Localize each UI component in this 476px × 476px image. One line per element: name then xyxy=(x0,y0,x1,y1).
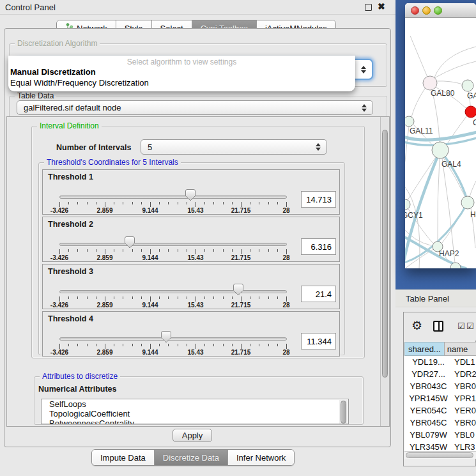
network-node[interactable] xyxy=(405,116,414,127)
table-row[interactable]: YBR043CYBR0 xyxy=(404,380,476,392)
combo-spinner-icon[interactable] xyxy=(362,101,368,114)
slider-tick-label: 2.859 xyxy=(96,207,112,214)
table-row[interactable]: YBR045CYBR0 xyxy=(404,417,476,429)
float-window-icon[interactable] xyxy=(365,4,372,11)
slider-tick xyxy=(178,202,178,204)
column-header-name[interactable]: name xyxy=(444,342,476,356)
network-node[interactable] xyxy=(461,196,474,209)
slider-handle[interactable] xyxy=(185,189,196,201)
vertical-scrollbar[interactable] xyxy=(380,117,389,426)
slider-track[interactable] xyxy=(59,196,287,199)
scrollbar-thumb[interactable] xyxy=(341,401,346,424)
algorithm-option[interactable]: Equal Width/Frequency Discretization xyxy=(10,78,149,88)
slider-tick xyxy=(141,202,142,204)
cell-shared-name: YER054C xyxy=(404,406,452,415)
network-node-label: GAL4 xyxy=(441,160,461,169)
slider-tick xyxy=(204,296,205,299)
slider-tick xyxy=(114,344,114,346)
slider-tick-label: 2.859 xyxy=(96,302,112,309)
network-window: GAL80GACGAL11GAL4GCY1HHAP2 xyxy=(405,3,476,268)
minimize-traffic-icon[interactable] xyxy=(422,6,431,15)
slider-handle[interactable] xyxy=(161,331,171,343)
slider-tick-label: 21.715 xyxy=(231,349,251,356)
slider-tick xyxy=(204,249,205,252)
tab-impute-data[interactable]: Impute Data xyxy=(92,450,155,465)
threshold-value-field[interactable] xyxy=(301,333,336,349)
scrollbar-thumb[interactable] xyxy=(382,130,388,378)
checkbox-icon[interactable]: ☑ xyxy=(466,323,474,330)
combo-spinner-icon[interactable] xyxy=(316,140,322,154)
table-row[interactable]: YBL079WYBL0 xyxy=(404,429,476,441)
table-row[interactable]: YDR27...YDR2 xyxy=(404,368,476,380)
close-traffic-icon[interactable] xyxy=(411,6,419,15)
threshold-value-field[interactable] xyxy=(301,238,336,255)
tab-discretize-data[interactable]: Discretize Data xyxy=(155,450,228,465)
node-table: ⚙ ☑ ☑ shared... name YDL19...YDL1YDR27..… xyxy=(403,312,476,466)
slider-tick xyxy=(132,249,133,252)
slider-tick xyxy=(87,344,88,346)
slider-track[interactable] xyxy=(59,290,287,293)
network-canvas[interactable]: GAL80GACGAL11GAL4GCY1HHAP2 xyxy=(405,18,476,268)
table-row[interactable]: YER054CYER0 xyxy=(404,404,476,417)
network-node[interactable] xyxy=(462,80,473,91)
slider-track[interactable] xyxy=(59,243,287,246)
attribute-list-item[interactable]: BetweennessCentrality xyxy=(42,418,348,424)
zoom-traffic-icon[interactable] xyxy=(434,6,442,15)
slider-tick xyxy=(178,296,178,299)
slider-tick xyxy=(59,202,60,207)
close-icon[interactable]: ✖ xyxy=(378,1,385,12)
network-node-label: GCY1 xyxy=(405,211,423,220)
attribute-list-item[interactable]: SelfLoops xyxy=(42,399,348,409)
slider-tick xyxy=(196,249,196,254)
slider-handle[interactable] xyxy=(233,284,243,296)
group-label-thresholds: Threshold's Coordinates for 5 Intervals xyxy=(44,158,181,167)
split-columns-icon[interactable] xyxy=(433,321,443,332)
threshold-value-field[interactable] xyxy=(301,286,336,302)
algorithm-dropdown-popup: Select algorithm to view settings Manual… xyxy=(8,56,355,91)
slider-tick xyxy=(59,344,60,349)
slider-track[interactable] xyxy=(59,337,287,341)
attribute-list-item[interactable]: TopologicalCoefficient xyxy=(42,409,348,418)
table-row[interactable]: YDL19...YDL1 xyxy=(404,356,476,368)
table-row[interactable]: YLR345WYLR3 xyxy=(404,441,476,451)
threshold-panel: Threshold 4-3.4262.8599.14415.4321.71528 xyxy=(42,311,340,357)
table-body: YDL19...YDL1YDR27...YDR2YBR043CYBR0YPR14… xyxy=(404,356,476,451)
slider-tick xyxy=(196,344,196,349)
slider-tick xyxy=(68,249,69,252)
slider-tick xyxy=(96,249,96,252)
table-row[interactable]: YPR145WYPR1 xyxy=(404,392,476,404)
network-node[interactable] xyxy=(432,142,449,158)
slider-tick-label: -3.426 xyxy=(50,302,68,309)
network-node[interactable] xyxy=(465,106,476,118)
network-edge xyxy=(411,88,426,117)
table-data-combobox[interactable]: galFiltered.sif default node xyxy=(17,100,373,115)
network-node-label: GAL11 xyxy=(410,127,433,135)
slider-tick xyxy=(105,249,105,254)
tab-infer-network[interactable]: Infer Network xyxy=(228,450,294,465)
slider-tick-label: 21.715 xyxy=(231,207,251,214)
threshold-value-field[interactable] xyxy=(301,191,336,208)
algorithm-option[interactable]: Manual Discretization xyxy=(10,67,96,77)
cell-name: YBR0 xyxy=(452,381,476,391)
scrollbar-thumb[interactable] xyxy=(406,452,473,458)
slider-tick-label: 28 xyxy=(282,349,289,356)
apply-button[interactable]: Apply xyxy=(173,429,212,442)
column-header-shared-name[interactable]: shared... xyxy=(404,342,444,356)
network-node[interactable] xyxy=(423,76,437,90)
slider-tick xyxy=(77,249,78,252)
network-window-titlebar[interactable] xyxy=(405,3,476,18)
slider-tick xyxy=(232,296,233,299)
slider-handle[interactable] xyxy=(125,236,135,249)
numerical-attributes-list[interactable]: SelfLoopsTopologicalCoefficientBetweenne… xyxy=(41,399,349,424)
horizontal-scrollbar[interactable] xyxy=(404,451,476,459)
checkbox-icon[interactable]: ☑ xyxy=(457,323,465,330)
number-of-intervals-combobox[interactable]: 5 xyxy=(141,139,327,155)
gear-icon[interactable]: ⚙ xyxy=(411,318,422,333)
network-node-label: C xyxy=(473,118,476,127)
slider-tick xyxy=(159,202,160,204)
slider-tick xyxy=(68,296,69,299)
combo-spinner-icon[interactable] xyxy=(361,60,367,79)
list-scrollbar[interactable] xyxy=(339,400,348,424)
slider-tick xyxy=(132,296,133,299)
network-node[interactable] xyxy=(405,199,410,210)
